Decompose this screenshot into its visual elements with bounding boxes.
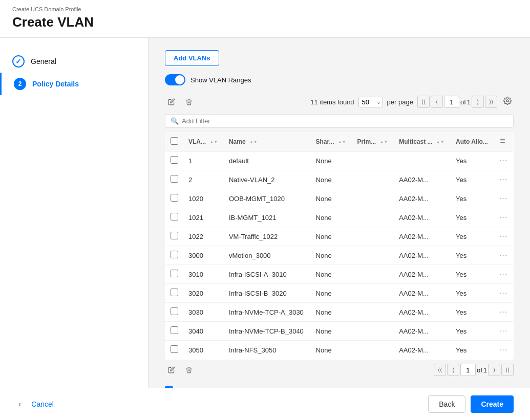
filter-input[interactable]	[182, 117, 508, 125]
cell-actions-6: ···	[494, 265, 514, 284]
sort-primary-icon[interactable]: ▲▼	[380, 140, 388, 144]
first-page-button[interactable]: ⟨⟨	[417, 96, 430, 108]
cell-auto-allow-7: Yes	[451, 284, 494, 303]
vlan-table: VLA... ▲▼ Name ▲▼ Shar... ▲▼ Prim...	[165, 132, 514, 360]
sidebar-item-policy-details[interactable]: 2 Policy Details	[0, 73, 148, 95]
row-checkbox-4[interactable]	[171, 232, 178, 239]
delete-button-bottom[interactable]	[182, 364, 196, 375]
row-checkbox-9[interactable]	[171, 326, 178, 334]
table-toolbar-bottom: ⟨⟨ ⟨ of 1 ⟩ ⟩⟩	[165, 364, 514, 376]
row-checkbox-6[interactable]	[171, 270, 178, 277]
row-actions-menu-2[interactable]: ···	[499, 194, 507, 203]
cell-primary-2	[352, 189, 394, 208]
row-checkbox-1[interactable]	[171, 175, 178, 183]
row-checkbox-cell	[165, 208, 184, 227]
row-checkbox-10[interactable]	[171, 345, 178, 353]
cell-multicast-2: AA02-M...	[394, 189, 451, 208]
cell-actions-8: ···	[494, 303, 514, 322]
col-label-vlan-id: VLA...	[188, 138, 206, 145]
select-all-checkbox[interactable]	[171, 137, 178, 145]
cell-vlan-id-1: 2	[183, 170, 224, 189]
row-actions-menu-9[interactable]: ···	[499, 326, 507, 335]
table-settings-button[interactable]	[501, 96, 514, 108]
next-page-button-bottom[interactable]: ⟩	[488, 364, 500, 376]
page-number-input-bottom[interactable]	[460, 364, 476, 376]
next-page-button[interactable]: ⟩	[472, 96, 484, 108]
sort-vlan-id-icon[interactable]: ▲▼	[209, 140, 218, 144]
last-page-button-bottom[interactable]: ⟩⟩	[501, 364, 514, 376]
row-actions-menu-5[interactable]: ···	[499, 251, 507, 259]
per-page-select[interactable]: 50 25 100	[358, 97, 383, 107]
row-actions-menu-4[interactable]: ···	[499, 232, 507, 240]
create-button[interactable]: Create	[471, 395, 514, 413]
table-row: 3010 Infra-iSCSI-A_3010 None AA02-M... Y…	[165, 265, 514, 284]
row-actions-menu-7[interactable]: ···	[499, 289, 507, 297]
col-label-auto-allow: Auto Allo...	[456, 138, 488, 145]
per-page-wrapper: 50 25 100	[358, 97, 383, 107]
cell-primary-1	[352, 170, 394, 189]
footer-left: ‹ Cancel	[16, 397, 56, 411]
row-actions-menu-0[interactable]: ···	[499, 156, 507, 165]
row-actions-menu-1[interactable]: ···	[499, 175, 507, 184]
th-primary: Prim... ▲▼	[352, 132, 394, 151]
row-checkbox-cell	[165, 151, 184, 170]
edit-icon	[168, 98, 175, 105]
cell-name-7: Infra-iSCSI-B_3020	[224, 284, 311, 303]
row-checkbox-3[interactable]	[171, 213, 178, 220]
show-vlan-ranges-toggle[interactable]	[165, 74, 185, 85]
row-checkbox-2[interactable]	[171, 194, 178, 202]
table-row: 1 default None Yes ···	[165, 151, 514, 170]
row-actions-menu-8[interactable]: ···	[499, 307, 507, 316]
add-vlans-button[interactable]: Add VLANs	[165, 50, 219, 66]
row-actions-menu-3[interactable]: ···	[499, 213, 507, 222]
cell-name-10: Infra-NFS_3050	[224, 341, 311, 360]
prev-page-button[interactable]: ⟨	[431, 96, 443, 108]
row-actions-menu-10[interactable]: ···	[499, 345, 507, 354]
row-checkbox-cell	[165, 303, 184, 322]
sort-multicast-icon[interactable]: ▲▼	[436, 140, 444, 144]
page-nav-bottom: ⟨⟨ ⟨ of 1 ⟩ ⟩⟩	[434, 364, 514, 376]
first-page-button-bottom[interactable]: ⟨⟨	[434, 364, 446, 376]
toggle-knob	[175, 75, 184, 84]
sort-sharing-icon[interactable]: ▲▼	[338, 140, 346, 144]
page-number-input[interactable]	[444, 96, 459, 108]
cell-multicast-1: AA02-M...	[394, 170, 451, 189]
toolbar-right: 11 items found 50 25 100 per page ⟨⟨ ⟨ o	[310, 96, 514, 108]
row-checkbox-8[interactable]	[171, 307, 178, 315]
cell-actions-3: ···	[494, 208, 514, 227]
back-chevron-icon[interactable]: ‹	[16, 397, 23, 411]
cell-primary-0	[352, 151, 394, 170]
row-actions-menu-6[interactable]: ···	[499, 270, 507, 278]
col-label-primary: Prim...	[357, 138, 376, 145]
cell-vlan-id-7: 3020	[183, 284, 224, 303]
cell-auto-allow-6: Yes	[451, 265, 494, 284]
row-checkbox-0[interactable]	[171, 156, 178, 164]
cell-auto-allow-1: Yes	[451, 170, 494, 189]
step-icon-general: ✓	[12, 55, 25, 68]
cell-primary-9	[352, 322, 394, 341]
table-row: 1020 OOB-MGMT_1020 None AA02-M... Yes ··…	[165, 189, 514, 208]
cell-multicast-4: AA02-M...	[394, 227, 451, 246]
sort-name-icon[interactable]: ▲▼	[249, 140, 258, 144]
th-sharing: Shar... ▲▼	[311, 132, 352, 151]
last-page-button[interactable]: ⟩⟩	[485, 96, 497, 108]
cell-primary-6	[352, 265, 394, 284]
edit-button-bottom[interactable]	[165, 364, 178, 375]
row-checkbox-cell	[165, 265, 184, 284]
cancel-button[interactable]: Cancel	[29, 398, 56, 410]
total-pages: 1	[467, 98, 471, 106]
cell-auto-allow-9: Yes	[451, 322, 494, 341]
cell-auto-allow-10: Yes	[451, 341, 494, 360]
sidebar-item-general[interactable]: ✓ General	[0, 50, 148, 73]
delete-button[interactable]	[182, 96, 196, 107]
row-checkbox-5[interactable]	[171, 251, 178, 258]
back-button[interactable]: Back	[428, 395, 465, 413]
footer-right: Back Create	[428, 395, 514, 413]
row-checkbox-7[interactable]	[171, 289, 178, 296]
per-page-label: per page	[387, 98, 413, 106]
col-label-name: Name	[229, 138, 246, 145]
prev-page-button-bottom[interactable]: ⟨	[447, 364, 459, 376]
edit-button[interactable]	[165, 96, 178, 107]
cell-name-0: default	[224, 151, 311, 170]
table-row: 3030 Infra-NVMe-TCP-A_3030 None AA02-M..…	[165, 303, 514, 322]
